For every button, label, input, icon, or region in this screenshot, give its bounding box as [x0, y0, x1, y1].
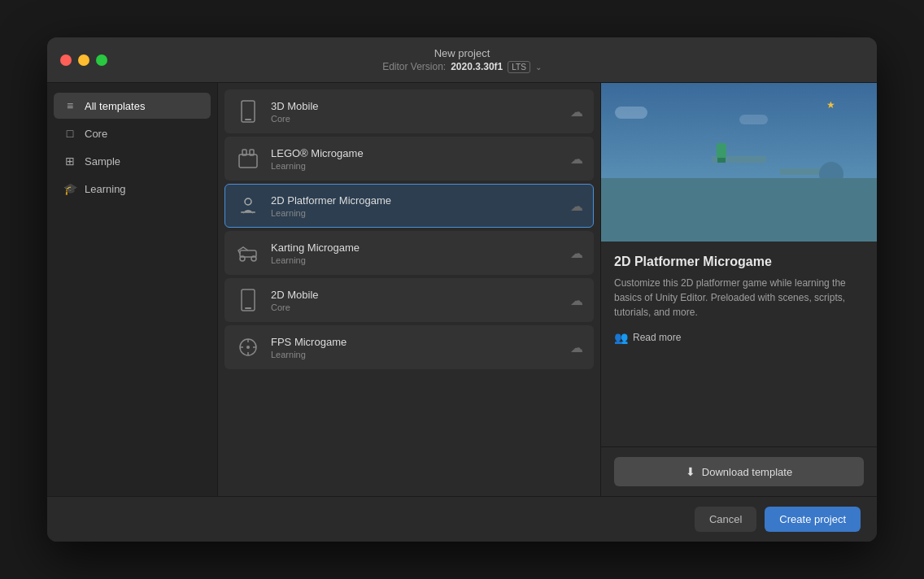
fps-icon: [235, 334, 261, 360]
template-item-2d-platformer[interactable]: 2D Platformer Microgame Learning ☁: [224, 184, 594, 228]
sidebar-label-all-templates: All templates: [85, 100, 145, 112]
lego-icon: [235, 146, 261, 172]
detail-actions: ⬇ Download template: [601, 446, 877, 496]
detail-title: 2D Platformer Microgame: [614, 255, 864, 269]
svg-rect-6: [241, 211, 255, 213]
cancel-button[interactable]: Cancel: [695, 507, 756, 532]
template-name-lego: LEGO® Microgame: [271, 147, 560, 159]
sample-icon: ⊞: [63, 155, 76, 168]
sidebar-label-sample: Sample: [85, 155, 120, 168]
download-icon-karting: ☁: [570, 246, 583, 261]
create-project-button[interactable]: Create project: [765, 507, 861, 532]
list-icon: ≡: [63, 99, 76, 112]
star-decoration: ★: [826, 99, 835, 111]
template-category-fps: Learning: [271, 350, 560, 359]
2d-mobile-icon: [235, 287, 261, 313]
sidebar-label-learning: Learning: [85, 183, 126, 195]
karting-icon: [235, 240, 261, 266]
window-title: New project: [434, 47, 490, 59]
footer: Cancel Create project: [47, 496, 877, 542]
template-info-lego: LEGO® Microgame Learning: [271, 147, 560, 171]
preview-image: ★: [601, 83, 877, 242]
svg-rect-11: [245, 307, 251, 309]
download-icon-platformer: ☁: [570, 198, 583, 214]
lts-badge: LTS: [508, 61, 530, 73]
download-icon-lego: ☁: [570, 151, 583, 167]
template-info-3d-mobile: 3D Mobile Core: [271, 100, 560, 124]
sidebar-item-all-templates[interactable]: ≡ All templates: [54, 93, 211, 119]
template-category-platformer: Learning: [271, 208, 560, 218]
template-info-karting: Karting Microgame Learning: [271, 242, 560, 265]
template-info-fps: FPS Microgame Learning: [271, 336, 560, 359]
version-value: 2020.3.30f1: [451, 61, 503, 72]
learning-icon: 🎓: [63, 182, 76, 195]
svg-point-17: [246, 346, 250, 349]
3d-mobile-icon: [235, 98, 261, 124]
close-button[interactable]: [60, 54, 72, 66]
template-category-karting: Learning: [271, 255, 560, 265]
titlebar: New project Editor Version: 2020.3.30f1 …: [47, 37, 877, 83]
template-item-fps[interactable]: FPS Microgame Learning ☁: [224, 325, 594, 369]
template-item-3d-mobile[interactable]: 3D Mobile Core ☁: [224, 89, 594, 133]
template-item-2d-mobile[interactable]: 2D Mobile Core ☁: [224, 278, 594, 322]
users-icon: 👥: [614, 331, 628, 344]
download-label: Download template: [702, 466, 792, 478]
template-name-3d-mobile: 3D Mobile: [271, 100, 560, 112]
svg-point-5: [245, 198, 251, 205]
template-item-lego-microgame[interactable]: LEGO® Microgame Learning ☁: [224, 137, 594, 181]
detail-panel: ★ 2D Platformer Microgame Customize this…: [600, 83, 877, 496]
download-icon-3d-mobile: ☁: [570, 104, 583, 120]
template-name-platformer: 2D Platformer Microgame: [271, 194, 560, 207]
chevron-down-icon[interactable]: ⌄: [535, 63, 542, 72]
svg-rect-2: [239, 155, 257, 168]
main-content: ≡ All templates □ Core ⊞ Sample 🎓 Learni…: [47, 83, 877, 496]
maximize-button[interactable]: [96, 54, 107, 66]
download-icon-2d-mobile: ☁: [570, 293, 583, 308]
minimize-button[interactable]: [78, 54, 89, 66]
download-icon: ⬇: [686, 465, 695, 478]
sidebar: ≡ All templates □ Core ⊞ Sample 🎓 Learni…: [47, 83, 218, 496]
download-template-button[interactable]: ⬇ Download template: [614, 457, 864, 486]
read-more-text: Read more: [633, 332, 681, 343]
sidebar-item-learning[interactable]: 🎓 Learning: [54, 176, 211, 202]
window-controls: [60, 54, 107, 66]
template-category-lego: Learning: [271, 161, 560, 171]
core-icon: □: [63, 127, 76, 140]
detail-description: Customize this 2D platformer game while …: [614, 276, 864, 320]
template-category-2d-mobile: Core: [271, 303, 560, 312]
svg-rect-1: [245, 119, 251, 120]
sidebar-item-sample[interactable]: ⊞ Sample: [54, 148, 211, 174]
template-name-karting: Karting Microgame: [271, 242, 560, 254]
sidebar-label-core: Core: [85, 128, 107, 140]
template-info-2d-mobile: 2D Mobile Core: [271, 289, 560, 312]
detail-preview: ★: [601, 83, 877, 242]
template-category-3d-mobile: Core: [271, 114, 560, 124]
sidebar-item-core[interactable]: □ Core: [54, 120, 211, 146]
detail-body: 2D Platformer Microgame Customize this 2…: [601, 242, 877, 446]
download-icon-fps: ☁: [570, 340, 583, 355]
template-name-2d-mobile: 2D Mobile: [271, 289, 560, 301]
subtitle-row: Editor Version: 2020.3.30f1 LTS ⌄: [382, 61, 542, 73]
read-more-row[interactable]: 👥 Read more: [614, 331, 864, 344]
templates-list: 3D Mobile Core ☁ LEGO® Microgame Learnin…: [218, 83, 600, 496]
template-item-karting[interactable]: Karting Microgame Learning ☁: [224, 231, 594, 275]
template-name-fps: FPS Microgame: [271, 336, 560, 348]
version-label: Editor Version:: [382, 61, 446, 72]
template-info-platformer: 2D Platformer Microgame Learning: [271, 194, 560, 218]
new-project-window: New project Editor Version: 2020.3.30f1 …: [47, 37, 877, 542]
platformer-icon: [235, 193, 261, 219]
